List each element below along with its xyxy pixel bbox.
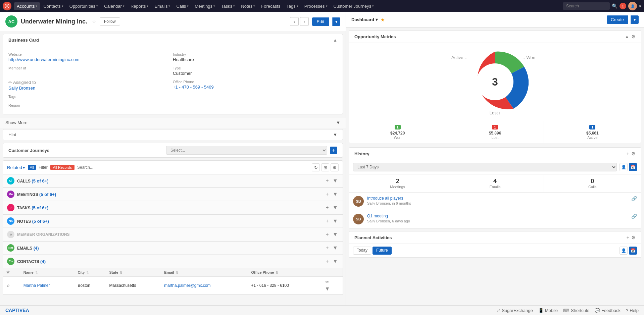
history-add-icon[interactable]: + bbox=[627, 151, 629, 156]
website-value[interactable]: http://www.underwatermininginc.com bbox=[8, 57, 173, 62]
metrics-settings-icon[interactable]: ⚙ bbox=[631, 34, 636, 39]
history-calendar-icon[interactable]: 📅 bbox=[629, 163, 637, 171]
nav-reports[interactable]: Reports ▾ bbox=[128, 2, 151, 10]
edit-dropdown-button[interactable]: ▾ bbox=[332, 17, 340, 26]
region-field: Region bbox=[8, 101, 173, 110]
bottom-bar-help[interactable]: ? Help bbox=[626, 308, 639, 313]
nav-tags[interactable]: Tags ▾ bbox=[284, 2, 301, 10]
tasks-collapse-button[interactable]: ▼ bbox=[332, 204, 339, 211]
nav-contacts[interactable]: Contacts ▾ bbox=[41, 2, 66, 10]
metrics-collapse-icon[interactable]: ▲ bbox=[625, 34, 629, 39]
notes-collapse-button[interactable]: ▼ bbox=[332, 218, 339, 224]
create-button[interactable]: Create bbox=[607, 15, 628, 24]
col-header-city[interactable]: City ⇅ bbox=[74, 268, 106, 277]
member-orgs-add-button[interactable]: + bbox=[324, 231, 331, 238]
history-link-icon-1[interactable]: 🔗 bbox=[631, 214, 637, 219]
prev-record-button[interactable]: ‹ bbox=[290, 17, 299, 26]
history-content-0: Introduce all players Sally Bronsen, in … bbox=[367, 196, 628, 205]
contact-view-button[interactable]: 👁 bbox=[324, 279, 331, 285]
calls-add-button[interactable]: + bbox=[324, 177, 331, 184]
next-record-button[interactable]: › bbox=[300, 17, 309, 26]
settings-button[interactable]: ⚙ bbox=[331, 163, 339, 171]
related-filter[interactable]: Related ▾ bbox=[7, 165, 25, 170]
contact-name[interactable]: Martha Palmer bbox=[20, 277, 75, 295]
nav-forecasts[interactable]: Forecasts bbox=[258, 2, 283, 10]
nav-meetings[interactable]: Meetings ▾ bbox=[192, 2, 218, 10]
emails-add-button[interactable]: + bbox=[324, 245, 331, 251]
emails-title: EMAILS (4) bbox=[17, 246, 324, 251]
bottom-bar-feedback[interactable]: 💬 Feedback bbox=[595, 308, 621, 313]
nav-tasks[interactable]: Tasks ▾ bbox=[218, 2, 238, 10]
user-avatar[interactable]: 👤 bbox=[628, 2, 637, 10]
planned-user-icon[interactable]: 👤 bbox=[620, 247, 628, 255]
planned-tab-future[interactable]: Future bbox=[373, 247, 392, 255]
emails-count[interactable]: (4) bbox=[34, 246, 39, 251]
calls-count[interactable]: (5 of 6+) bbox=[32, 178, 48, 183]
show-more-bar[interactable]: Show More ▼ bbox=[0, 117, 346, 128]
planned-add-icon[interactable]: + bbox=[627, 235, 629, 240]
nav-notes[interactable]: Notes ▾ bbox=[238, 2, 258, 10]
planned-tab-today[interactable]: Today bbox=[353, 247, 371, 255]
grid-view-button[interactable]: ⊞ bbox=[321, 163, 329, 171]
bottom-bar-mobile[interactable]: 📱 Mobile bbox=[538, 308, 558, 313]
history-link-1[interactable]: Q1 meeting bbox=[367, 214, 628, 218]
dashboard-dropdown-icon[interactable]: ▾ bbox=[376, 17, 378, 22]
assigned-to-value[interactable]: Sally Bronsen bbox=[8, 86, 173, 91]
filter-search-input[interactable] bbox=[77, 165, 309, 170]
meetings-count[interactable]: (5 of 6+) bbox=[39, 192, 56, 197]
contacts-add-button[interactable]: + bbox=[324, 258, 331, 265]
contacts-count[interactable]: (4) bbox=[40, 259, 46, 264]
history-user-icon[interactable]: 👤 bbox=[620, 163, 628, 171]
nav-calendar[interactable]: Calendar ▾ bbox=[101, 2, 127, 10]
history-link-icon-0[interactable]: 🔗 bbox=[631, 196, 637, 201]
refresh-button[interactable]: ↻ bbox=[312, 163, 320, 171]
app-logo[interactable] bbox=[3, 2, 11, 10]
all-badge[interactable]: All bbox=[28, 165, 36, 170]
office-phone-value[interactable]: +1 - 470 - 569 - 5469 bbox=[173, 85, 337, 90]
bottom-bar-shortcuts[interactable]: ⌨ Shortcuts bbox=[563, 308, 589, 313]
customer-journeys-add-button[interactable]: + bbox=[330, 147, 337, 154]
planned-settings-icon[interactable]: ⚙ bbox=[631, 235, 636, 240]
meetings-collapse-button[interactable]: ▼ bbox=[332, 191, 339, 198]
follow-button[interactable]: Follow bbox=[100, 17, 120, 25]
nav-opportunities[interactable]: Opportunities ▾ bbox=[67, 2, 101, 10]
bottom-bar-sugarexchange[interactable]: ⇌ SugarExchange bbox=[497, 308, 533, 313]
hint-header[interactable]: Hint ▼ bbox=[3, 129, 343, 140]
create-dropdown-button[interactable]: ▾ bbox=[631, 15, 639, 24]
nav-customer-journeys[interactable]: Customer Journeys ▾ bbox=[331, 2, 377, 10]
tasks-count[interactable]: (5 of 6+) bbox=[32, 205, 48, 210]
record-favorite-star[interactable]: ☆ bbox=[92, 19, 96, 24]
nav-processes[interactable]: Processes ▾ bbox=[302, 2, 330, 10]
dashboard-star-icon[interactable]: ★ bbox=[381, 17, 385, 22]
col-header-email[interactable]: Email ⇅ bbox=[161, 268, 248, 277]
contact-more-button[interactable]: ▼ bbox=[324, 285, 331, 292]
meetings-add-button[interactable]: + bbox=[324, 191, 331, 198]
member-orgs-collapse-button[interactable]: ▼ bbox=[332, 231, 339, 238]
col-header-phone[interactable]: Office Phone ⇅ bbox=[248, 268, 321, 277]
nav-accounts[interactable]: Accounts ▾ bbox=[14, 2, 40, 10]
nav-calls[interactable]: Calls ▾ bbox=[174, 2, 191, 10]
business-card-collapse-icon[interactable]: ▲ bbox=[333, 38, 337, 43]
col-header-state[interactable]: State ⇅ bbox=[106, 268, 161, 277]
notification-badge[interactable]: 1 bbox=[620, 3, 626, 9]
all-records-badge[interactable]: All Records bbox=[50, 165, 75, 170]
user-menu-arrow[interactable]: ▾ bbox=[639, 4, 641, 9]
contacts-collapse-button[interactable]: ▼ bbox=[332, 258, 339, 265]
tasks-add-button[interactable]: + bbox=[324, 204, 331, 211]
notes-count[interactable]: (5 of 6+) bbox=[32, 219, 49, 224]
planned-calendar-icon[interactable]: 📅 bbox=[629, 247, 637, 255]
notes-add-button[interactable]: + bbox=[324, 218, 331, 224]
col-header-name[interactable]: Name ⇅ bbox=[20, 268, 75, 277]
search-icon[interactable]: 🔍 bbox=[612, 3, 617, 9]
edit-button[interactable]: Edit bbox=[312, 17, 329, 26]
history-settings-icon[interactable]: ⚙ bbox=[631, 151, 636, 156]
search-input[interactable] bbox=[563, 2, 610, 10]
history-link-0[interactable]: Introduce all players bbox=[367, 196, 628, 201]
emails-collapse-button[interactable]: ▼ bbox=[332, 245, 339, 251]
nav-emails[interactable]: Emails ▾ bbox=[152, 2, 173, 10]
calls-collapse-button[interactable]: ▼ bbox=[332, 177, 339, 184]
history-period-select[interactable]: Last 7 Days bbox=[353, 163, 617, 171]
contact-email[interactable]: martha.palmer@gmx.com bbox=[161, 277, 248, 295]
row-star[interactable]: ☆ bbox=[3, 277, 20, 295]
customer-journeys-select[interactable]: Select... bbox=[166, 146, 327, 155]
